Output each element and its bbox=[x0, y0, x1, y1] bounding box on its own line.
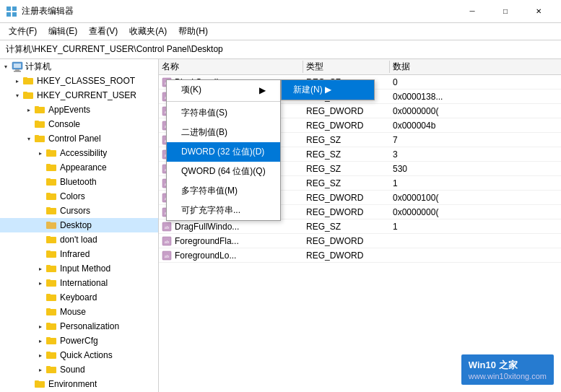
svg-rect-15 bbox=[35, 121, 39, 123]
tree-item-computer[interactable]: ▾ 计算机 bbox=[0, 59, 158, 74]
tree-label: Quick Actions bbox=[60, 350, 113, 360]
tree-item-international[interactable]: ▸ International bbox=[0, 276, 158, 290]
tree-expander[interactable]: ▾ bbox=[23, 133, 35, 144]
menu-item[interactable]: 文件(F) bbox=[3, 24, 43, 39]
svg-rect-41 bbox=[46, 308, 51, 310]
tree-label: Appearance bbox=[60, 162, 107, 173]
context-menu-item[interactable]: 可扩充字符串... bbox=[167, 201, 280, 220]
submenu-new-label[interactable]: 新建(N) ▶ bbox=[282, 80, 374, 100]
tree-item-appearance[interactable]: Appearance bbox=[0, 160, 158, 175]
folder-icon bbox=[46, 321, 58, 331]
svg-rect-23 bbox=[46, 178, 51, 180]
tree-item-keyboard[interactable]: Keyboard bbox=[0, 290, 158, 305]
tree-item-infrared[interactable]: Infrared bbox=[0, 247, 158, 261]
tree-item-personalization[interactable]: ▸ Personalization bbox=[0, 319, 158, 334]
tree-label: Cursors bbox=[60, 206, 90, 216]
tree-item-hkey_current_user[interactable]: ▾ HKEY_CURRENT_USER bbox=[0, 88, 158, 103]
submenu[interactable]: 新建(N) ▶ bbox=[281, 79, 375, 100]
tree-label: don't load bbox=[60, 235, 97, 245]
folder-icon bbox=[46, 249, 58, 259]
minimize-button[interactable]: ─ bbox=[456, 0, 489, 23]
svg-rect-27 bbox=[46, 207, 51, 209]
folder-icon bbox=[35, 379, 46, 389]
tree-label: Input Method bbox=[60, 263, 110, 274]
context-menu-item[interactable]: 多字符串值(M) bbox=[167, 181, 280, 201]
tree-expander[interactable]: ▸ bbox=[35, 321, 46, 332]
tree-item-input_method[interactable]: ▸ Input Method bbox=[0, 261, 158, 276]
svg-rect-51 bbox=[35, 380, 39, 383]
tree-item-desktop[interactable]: Desktop bbox=[0, 218, 158, 232]
tree-expander[interactable]: ▸ bbox=[35, 147, 46, 159]
tree-expander[interactable]: ▾ bbox=[12, 90, 23, 101]
svg-rect-9 bbox=[23, 77, 27, 79]
menu-item[interactable]: 帮助(H) bbox=[173, 24, 214, 39]
close-button[interactable]: ✕ bbox=[522, 0, 555, 23]
svg-rect-39 bbox=[46, 294, 51, 296]
menu-item[interactable]: 编辑(E) bbox=[43, 24, 83, 39]
folder-icon bbox=[46, 292, 58, 302]
svg-rect-33 bbox=[46, 251, 51, 253]
tree-expander[interactable] bbox=[35, 191, 46, 202]
tree-item-cursors[interactable]: Cursors bbox=[0, 204, 158, 218]
tree-expander[interactable] bbox=[35, 234, 46, 245]
svg-rect-37 bbox=[46, 279, 51, 282]
tree-expander[interactable] bbox=[35, 162, 46, 173]
tree-label: Console bbox=[48, 119, 80, 129]
tree-expander[interactable] bbox=[35, 306, 46, 318]
tree-item-mouse[interactable]: Mouse bbox=[0, 305, 158, 319]
tree-item-bluetooth[interactable]: Bluetooth bbox=[0, 175, 158, 189]
tree-expander[interactable] bbox=[23, 378, 35, 390]
folder-icon bbox=[46, 191, 58, 201]
svg-rect-45 bbox=[46, 337, 51, 339]
context-menu-item[interactable]: DWORD (32 位值)(D) bbox=[167, 142, 280, 162]
tree-item-quick_actions[interactable]: ▸ Quick Actions bbox=[0, 348, 158, 362]
tree-label: Mouse bbox=[60, 307, 86, 317]
tree-label: International bbox=[60, 278, 108, 288]
tree-item-control_panel[interactable]: ▾ Control Panel bbox=[0, 131, 158, 146]
context-menu-item[interactable]: 二进制值(B) bbox=[167, 123, 280, 142]
tree-item-accessibility[interactable]: ▸ Accessibility bbox=[0, 146, 158, 160]
svg-rect-31 bbox=[46, 236, 51, 238]
tree-expander[interactable] bbox=[35, 248, 46, 260]
tree-expander[interactable]: ▸ bbox=[35, 349, 46, 361]
tree-expander[interactable]: ▸ bbox=[35, 277, 46, 289]
tree-item-sound[interactable]: ▸ Sound bbox=[0, 362, 158, 377]
folder-icon bbox=[35, 105, 46, 115]
tree-item-environment[interactable]: Environment bbox=[0, 377, 158, 391]
tree-panel[interactable]: ▾ 计算机▸ HKEY_CLASSES_ROOT▾ HKEY_CURRENT_U… bbox=[0, 59, 159, 392]
tree-expander[interactable]: ▸ bbox=[35, 263, 46, 274]
tree-expander[interactable]: ▸ bbox=[12, 75, 23, 87]
tree-item-dont_load[interactable]: don't load bbox=[0, 232, 158, 247]
tree-item-powercfg[interactable]: ▸ PowerCfg bbox=[0, 334, 158, 348]
tree-item-console[interactable]: Console bbox=[0, 117, 158, 131]
svg-rect-25 bbox=[46, 193, 51, 195]
tree-item-appevents[interactable]: ▸ AppEvents bbox=[0, 103, 158, 117]
context-menu-item[interactable]: QWORD (64 位值)(Q) bbox=[167, 162, 280, 181]
tree-item-colors[interactable]: Colors bbox=[0, 189, 158, 204]
maximize-button[interactable]: □ bbox=[489, 0, 522, 23]
tree-expander[interactable] bbox=[35, 292, 46, 303]
tree-expander[interactable]: ▸ bbox=[23, 104, 35, 116]
svg-rect-43 bbox=[46, 323, 51, 325]
tree-expander[interactable]: ▾ bbox=[0, 61, 12, 72]
tree-label: Control Panel bbox=[48, 134, 101, 144]
folder-icon bbox=[35, 134, 46, 144]
tree-label: PowerCfg bbox=[60, 336, 98, 346]
tree-expander[interactable] bbox=[35, 176, 46, 188]
context-menu[interactable]: 项(K)▶字符串值(S)二进制值(B)DWORD (32 位值)(D)QWORD… bbox=[166, 79, 281, 221]
menu-item[interactable]: 收藏夹(A) bbox=[123, 24, 173, 39]
tree-expander[interactable] bbox=[35, 219, 46, 231]
menu-item[interactable]: 查看(V) bbox=[83, 24, 123, 39]
tree-item-hkey_classes_root[interactable]: ▸ HKEY_CLASSES_ROOT bbox=[0, 74, 158, 88]
context-menu-item[interactable]: 字符串值(S) bbox=[167, 103, 280, 123]
tree-expander[interactable]: ▸ bbox=[35, 364, 46, 375]
menu-bar: 文件(F)编辑(E)查看(V)收藏夹(A)帮助(H) bbox=[0, 23, 561, 40]
tree-expander[interactable] bbox=[35, 205, 46, 217]
tree-label: Environment bbox=[48, 379, 97, 389]
tree-expander[interactable]: ▸ bbox=[35, 335, 46, 347]
submenu-arrow-icon: ▶ bbox=[259, 85, 266, 95]
tree-expander[interactable] bbox=[23, 118, 35, 130]
folder-icon bbox=[46, 206, 58, 216]
folder-icon bbox=[46, 220, 58, 230]
context-menu-item[interactable]: 项(K)▶ bbox=[167, 80, 280, 100]
